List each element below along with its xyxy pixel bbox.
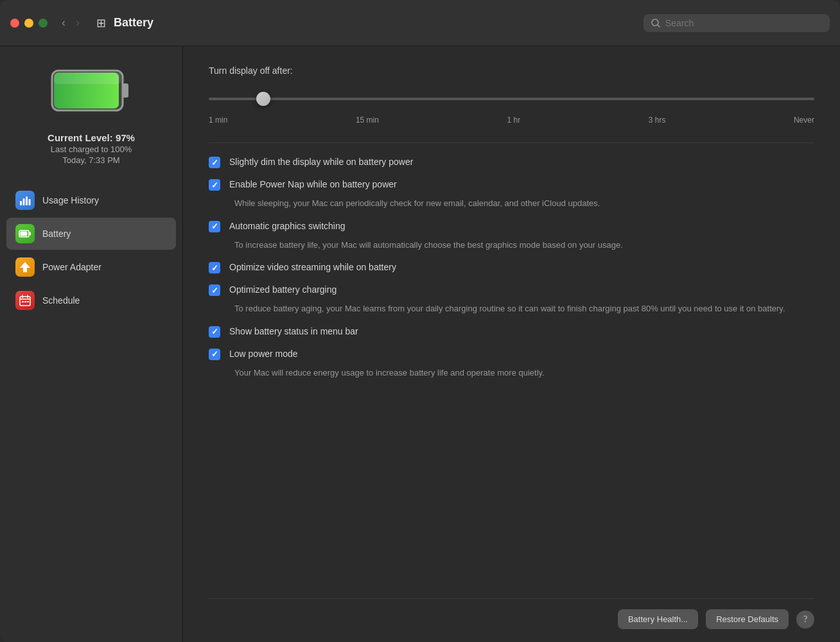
sidebar-nav: Usage History Battery xyxy=(0,184,182,318)
battery-icon-container xyxy=(49,65,133,119)
battery-charged-text: Last charged to 100% xyxy=(48,144,135,154)
svg-rect-9 xyxy=(26,196,28,205)
svg-rect-19 xyxy=(22,301,24,302)
footer: Battery Health... Restore Defaults ? xyxy=(209,598,814,629)
restore-defaults-button[interactable]: Restore Defaults xyxy=(706,609,789,629)
battery-icon xyxy=(49,65,133,117)
slider-labels: 1 min 15 min 1 hr 3 hrs Never xyxy=(209,116,814,125)
window: ‹ › ⊞ Battery xyxy=(0,0,840,642)
checkbox-auto-graphics[interactable]: ✓ xyxy=(209,221,222,234)
search-bar[interactable] xyxy=(643,14,830,32)
svg-rect-20 xyxy=(24,301,26,302)
slider-label-3hrs: 3 hrs xyxy=(649,116,666,125)
sidebar-label-schedule: Schedule xyxy=(42,295,80,306)
svg-rect-21 xyxy=(27,301,29,302)
option-row-optimized-charging: ✓ Optimized battery charging xyxy=(209,284,814,297)
checkbox-low-power[interactable]: ✓ xyxy=(209,349,222,361)
minimize-button[interactable] xyxy=(24,19,33,28)
sidebar-label-usage-history: Usage History xyxy=(42,195,99,205)
option-row-low-power: ✓ Low power mode xyxy=(209,348,814,361)
main-content: Turn display off after: 1 min 15 min 1 h… xyxy=(183,46,840,642)
option-desc-auto-graphics: To increase battery life, your Mac will … xyxy=(234,239,814,252)
battery-level-text: Current Level: 97% xyxy=(48,132,135,143)
option-text-optimize-video: Optimize video streaming while on batter… xyxy=(229,261,396,274)
option-text-optimized-charging: Optimized battery charging xyxy=(229,284,337,297)
sidebar-item-power-adapter[interactable]: Power Adapter xyxy=(6,251,176,283)
maximize-button[interactable] xyxy=(39,19,48,28)
schedule-icon xyxy=(15,291,35,310)
slider-label-1min: 1 min xyxy=(209,116,227,125)
option-row-power-nap: ✓ Enable Power Nap while on battery powe… xyxy=(209,178,814,192)
slider-label-never: Never xyxy=(794,116,814,125)
display-sleep-slider[interactable] xyxy=(209,98,814,100)
search-icon xyxy=(651,19,660,28)
forward-button[interactable]: › xyxy=(72,15,83,31)
svg-rect-10 xyxy=(29,199,31,205)
power-adapter-icon xyxy=(15,257,35,277)
back-button[interactable]: ‹ xyxy=(58,15,69,31)
checkbox-optimize-video[interactable]: ✓ xyxy=(209,262,222,275)
battery-nav-icon xyxy=(15,224,35,243)
option-desc-optimized-charging: To reduce battery aging, your Mac learns… xyxy=(234,302,814,315)
sidebar-item-battery[interactable]: Battery xyxy=(6,218,176,250)
sidebar-label-battery: Battery xyxy=(42,229,71,239)
option-row-show-status: ✓ Show battery status in menu bar xyxy=(209,325,814,339)
close-button[interactable] xyxy=(10,19,19,28)
battery-health-button[interactable]: Battery Health... xyxy=(618,609,698,629)
svg-rect-7 xyxy=(20,201,22,205)
nav-arrows: ‹ › xyxy=(58,15,83,31)
slider-label-1hr: 1 hr xyxy=(507,116,520,125)
traffic-lights xyxy=(10,19,48,28)
window-title: Battery xyxy=(114,16,153,30)
usage-history-icon xyxy=(15,191,35,210)
sidebar: Current Level: 97% Last charged to 100% … xyxy=(0,46,183,642)
slider-label: Turn display off after: xyxy=(209,65,814,76)
svg-line-1 xyxy=(658,25,660,27)
option-text-power-nap: Enable Power Nap while on battery power xyxy=(229,178,397,191)
svg-rect-6 xyxy=(123,83,128,98)
titlebar: ‹ › ⊞ Battery xyxy=(0,0,840,46)
svg-rect-8 xyxy=(23,198,25,205)
option-text-show-status: Show battery status in menu bar xyxy=(229,325,358,338)
option-row-dim-display: ✓ Slightly dim the display while on batt… xyxy=(209,156,814,169)
slider-label-15min: 15 min xyxy=(356,116,379,125)
option-row-auto-graphics: ✓ Automatic graphics switching xyxy=(209,220,814,234)
sidebar-item-usage-history[interactable]: Usage History xyxy=(6,184,176,216)
svg-rect-5 xyxy=(54,73,121,84)
options-section: ✓ Slightly dim the display while on batt… xyxy=(209,156,814,598)
sidebar-label-power-adapter: Power Adapter xyxy=(42,262,101,272)
svg-marker-14 xyxy=(20,262,30,272)
sidebar-item-schedule[interactable]: Schedule xyxy=(6,284,176,317)
option-text-auto-graphics: Automatic graphics switching xyxy=(229,220,346,233)
divider xyxy=(209,143,814,143)
slider-section: Turn display off after: 1 min 15 min 1 h… xyxy=(209,65,814,125)
option-row-optimize-video: ✓ Optimize video streaming while on batt… xyxy=(209,261,814,275)
option-desc-power-nap: While sleeping, your Mac can periodicall… xyxy=(234,197,814,210)
option-desc-low-power: Your Mac will reduce energy usage to inc… xyxy=(234,367,814,379)
checkbox-show-status[interactable]: ✓ xyxy=(209,326,222,339)
svg-rect-12 xyxy=(21,232,28,236)
search-input[interactable] xyxy=(665,18,822,28)
battery-info: Current Level: 97% Last charged to 100% … xyxy=(48,132,135,165)
help-button[interactable]: ? xyxy=(796,611,814,629)
battery-time-text: Today, 7:33 PM xyxy=(48,155,135,165)
option-text-low-power: Low power mode xyxy=(229,348,298,361)
checkbox-power-nap[interactable]: ✓ xyxy=(209,179,222,192)
option-text-dim-display: Slightly dim the display while on batter… xyxy=(229,156,413,169)
grid-icon[interactable]: ⊞ xyxy=(96,16,106,30)
checkbox-optimized-charging[interactable]: ✓ xyxy=(209,284,222,297)
content: Current Level: 97% Last charged to 100% … xyxy=(0,46,840,642)
svg-rect-13 xyxy=(29,232,31,236)
checkbox-dim-display[interactable]: ✓ xyxy=(209,157,222,169)
